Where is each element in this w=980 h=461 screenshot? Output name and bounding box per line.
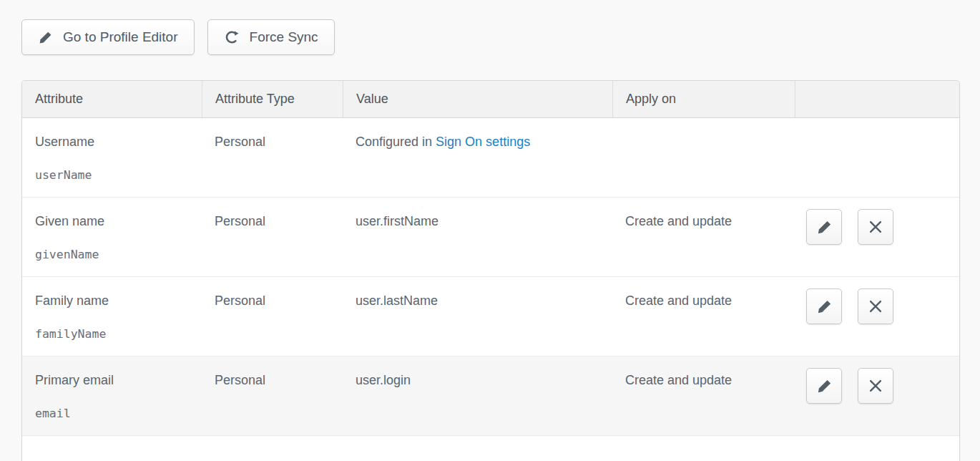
sign-on-settings-link[interactable]: Sign On settings bbox=[436, 135, 530, 149]
actions-cell bbox=[795, 198, 959, 277]
x-icon bbox=[868, 219, 883, 235]
attribute-variable-name: email bbox=[35, 407, 202, 420]
actions-cell bbox=[795, 118, 959, 198]
force-sync-label: Force Sync bbox=[250, 29, 318, 45]
table-row-primary-email: Primary email email Personal user.login … bbox=[22, 356, 959, 436]
apply-on-cell: Create and update bbox=[612, 198, 795, 277]
attribute-cell: Family name familyName bbox=[22, 277, 202, 356]
column-header-value: Value bbox=[343, 81, 612, 118]
attribute-cell: Primary email email bbox=[22, 356, 202, 436]
attribute-cell: Username userName bbox=[22, 118, 202, 198]
attribute-type-cell: Personal bbox=[202, 118, 343, 198]
apply-on-cell: Create and update bbox=[612, 356, 795, 436]
column-header-attribute: Attribute bbox=[22, 81, 202, 118]
pencil-icon bbox=[38, 30, 53, 45]
attribute-variable-name: userName bbox=[35, 168, 202, 182]
attribute-label: Username bbox=[35, 135, 202, 150]
x-icon bbox=[868, 299, 883, 314]
attribute-label: Primary email bbox=[35, 373, 202, 388]
toolbar: Go to Profile Editor Force Sync bbox=[21, 19, 980, 55]
value-cell: user.lastName bbox=[343, 277, 612, 356]
column-header-actions bbox=[795, 81, 959, 118]
attribute-cell: Given name givenName bbox=[22, 198, 202, 277]
actions-cell bbox=[795, 356, 959, 436]
column-header-apply-on: Apply on bbox=[612, 81, 795, 118]
attribute-variable-name: givenName bbox=[35, 248, 202, 261]
apply-on-cell bbox=[612, 118, 795, 198]
delete-attribute-button[interactable] bbox=[858, 288, 893, 324]
value-text: Configured in bbox=[356, 135, 432, 149]
actions-cell bbox=[795, 277, 959, 356]
go-to-profile-editor-label: Go to Profile Editor bbox=[63, 29, 178, 45]
table-row-given-name: Given name givenName Personal user.first… bbox=[22, 198, 959, 277]
table-row-partial bbox=[22, 436, 959, 461]
attribute-variable-name: familyName bbox=[35, 327, 202, 341]
delete-attribute-button[interactable] bbox=[858, 368, 893, 404]
delete-attribute-button[interactable] bbox=[858, 209, 893, 245]
table-row-family-name: Family name familyName Personal user.las… bbox=[22, 277, 959, 356]
apply-on-cell: Create and update bbox=[612, 277, 795, 356]
pencil-icon bbox=[816, 299, 833, 315]
x-icon bbox=[868, 378, 883, 394]
refresh-icon bbox=[224, 29, 240, 45]
value-cell: user.login bbox=[343, 356, 612, 436]
edit-attribute-button[interactable] bbox=[806, 288, 842, 324]
pencil-icon bbox=[816, 378, 833, 394]
edit-attribute-button[interactable] bbox=[806, 368, 842, 404]
attribute-mappings-table: Attribute Attribute Type Value Apply on … bbox=[21, 80, 960, 461]
attribute-type-cell: Personal bbox=[202, 198, 343, 277]
table-header-row: Attribute Attribute Type Value Apply on bbox=[22, 81, 959, 118]
table-row-username: Username userName Personal Configured in… bbox=[22, 118, 959, 198]
edit-attribute-button[interactable] bbox=[806, 209, 842, 245]
attribute-label: Given name bbox=[35, 214, 202, 229]
value-cell: Configured inSign On settings bbox=[343, 118, 612, 198]
column-header-attribute-type: Attribute Type bbox=[202, 81, 343, 118]
pencil-icon bbox=[816, 219, 833, 236]
go-to-profile-editor-button[interactable]: Go to Profile Editor bbox=[21, 19, 195, 55]
attribute-type-cell: Personal bbox=[202, 356, 343, 436]
force-sync-button[interactable]: Force Sync bbox=[207, 19, 335, 55]
attribute-type-cell: Personal bbox=[202, 277, 343, 356]
attribute-label: Family name bbox=[35, 293, 202, 309]
value-cell: user.firstName bbox=[343, 198, 612, 277]
